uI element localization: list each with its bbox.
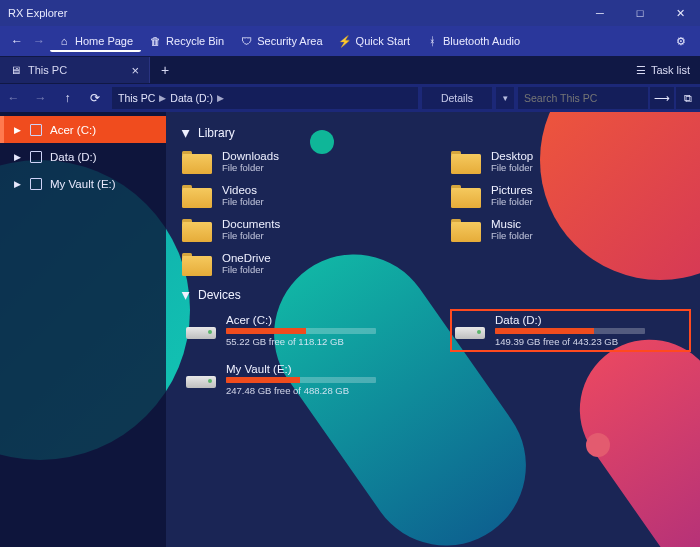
- drive-free-text: 55.22 GB free of 118.12 GB: [226, 336, 376, 347]
- folder-icon: [182, 250, 212, 276]
- view-dropdown-button[interactable]: ▾: [496, 87, 514, 109]
- section-devices-header[interactable]: ▶ Devices: [182, 288, 690, 302]
- drive-icon: [30, 151, 42, 163]
- drive-name: Data (D:): [495, 314, 645, 326]
- sidebar-item-acer-c[interactable]: ▶ Acer (C:): [0, 116, 166, 143]
- drive-free-text: 149.39 GB free of 443.23 GB: [495, 336, 645, 347]
- task-list-label: Task list: [651, 64, 690, 76]
- app-title: RX Explorer: [8, 7, 67, 19]
- tab-strip: 🖥 This PC × + ☰ Task list: [0, 56, 700, 84]
- folder-type: File folder: [222, 230, 280, 241]
- folder-item[interactable]: OneDriveFile folder: [182, 250, 421, 276]
- drive-name: My Vault (E:): [226, 363, 376, 375]
- folder-icon: [182, 182, 212, 208]
- drive-name: Acer (C:): [226, 314, 376, 326]
- folder-type: File folder: [222, 264, 271, 275]
- tab-label: This PC: [28, 64, 67, 76]
- drive-icon: [30, 124, 42, 136]
- sidebar-item-label: Acer (C:): [50, 124, 96, 136]
- section-library-header[interactable]: ▶ Library: [182, 126, 690, 140]
- nav-forward-button[interactable]: →: [28, 34, 50, 48]
- chevron-down-icon: ▶: [181, 291, 192, 299]
- toolbar: ← → ↑ ⟳ This PC ▶ Data (D:) ▶ Details ▾ …: [0, 84, 700, 112]
- menu-recycle-bin[interactable]: 🗑 Recycle Bin: [141, 31, 232, 51]
- folder-name: Videos: [222, 184, 264, 196]
- drive-item[interactable]: Data (D:)149.39 GB free of 443.23 GB: [451, 310, 690, 351]
- menu-security-label: Security Area: [257, 35, 322, 47]
- new-tab-button[interactable]: +: [150, 62, 180, 78]
- folder-item[interactable]: DocumentsFile folder: [182, 216, 421, 242]
- folder-name: OneDrive: [222, 252, 271, 264]
- folder-name: Documents: [222, 218, 280, 230]
- tab-close-button[interactable]: ×: [131, 63, 139, 78]
- monitor-icon: 🖥: [10, 64, 21, 76]
- folder-item[interactable]: VideosFile folder: [182, 182, 421, 208]
- view-details-button[interactable]: Details: [422, 87, 492, 109]
- section-devices-title: Devices: [198, 288, 241, 302]
- drive-icon: [455, 321, 485, 341]
- sidebar-item-data-d[interactable]: ▶ Data (D:): [0, 143, 166, 170]
- folder-item[interactable]: PicturesFile folder: [451, 182, 690, 208]
- home-icon: ⌂: [58, 35, 70, 47]
- folder-icon: [451, 182, 481, 208]
- close-button[interactable]: ✕: [660, 0, 700, 26]
- chevron-right-icon: ▶: [159, 93, 166, 103]
- drive-usage-bar: [226, 377, 376, 383]
- panel-toggle-button[interactable]: ⧉: [676, 87, 700, 109]
- task-list-button[interactable]: ☰ Task list: [626, 64, 700, 77]
- menu-home-page[interactable]: ⌂ Home Page: [50, 31, 141, 52]
- sidebar-item-label: My Vault (E:): [50, 178, 116, 190]
- sidebar: ▶ Acer (C:) ▶ Data (D:) ▶ My Vault (E:): [0, 112, 166, 547]
- tab-this-pc[interactable]: 🖥 This PC ×: [0, 57, 150, 83]
- menu-bar: ← → ⌂ Home Page 🗑 Recycle Bin 🛡 Security…: [0, 26, 700, 56]
- nav-back-button[interactable]: ←: [6, 34, 28, 48]
- shield-icon: 🛡: [240, 35, 252, 47]
- folder-type: File folder: [222, 162, 279, 173]
- search-input[interactable]: [518, 87, 648, 109]
- drive-icon: [186, 321, 216, 341]
- refresh-button[interactable]: ⟳: [81, 84, 108, 112]
- section-library-title: Library: [198, 126, 235, 140]
- folder-item[interactable]: DownloadsFile folder: [182, 148, 421, 174]
- bolt-icon: ⚡: [339, 35, 351, 47]
- drive-usage-bar: [495, 328, 645, 334]
- menu-home-label: Home Page: [75, 35, 133, 47]
- chevron-down-icon: ▶: [181, 129, 192, 137]
- menu-recycle-label: Recycle Bin: [166, 35, 224, 47]
- breadcrumb[interactable]: This PC ▶ Data (D:) ▶: [112, 87, 418, 109]
- sidebar-item-label: Data (D:): [50, 151, 97, 163]
- chevron-right-icon: ▶: [217, 93, 224, 103]
- drive-item[interactable]: My Vault (E:)247.48 GB free of 488.28 GB: [182, 359, 421, 400]
- history-forward-button[interactable]: →: [27, 84, 54, 112]
- bluetooth-icon: ᚼ: [426, 35, 438, 47]
- list-icon: ☰: [636, 64, 646, 77]
- search-go-button[interactable]: ⟶: [650, 87, 674, 109]
- breadcrumb-seg-2[interactable]: Data (D:): [170, 92, 213, 104]
- recycle-icon: 🗑: [149, 35, 161, 47]
- breadcrumb-seg-1[interactable]: This PC: [118, 92, 155, 104]
- drive-icon: [30, 178, 42, 190]
- up-button[interactable]: ↑: [54, 84, 81, 112]
- menu-bluetooth-audio[interactable]: ᚼ Bluetooth Audio: [418, 31, 528, 51]
- menu-quick-label: Quick Start: [356, 35, 410, 47]
- menu-security-area[interactable]: 🛡 Security Area: [232, 31, 330, 51]
- chevron-right-icon: ▶: [14, 179, 22, 189]
- chevron-right-icon: ▶: [14, 152, 22, 162]
- sidebar-item-my-vault-e[interactable]: ▶ My Vault (E:): [0, 170, 166, 197]
- folder-name: Music: [491, 218, 533, 230]
- history-back-button[interactable]: ←: [0, 84, 27, 112]
- folder-icon: [182, 216, 212, 242]
- gear-icon: ⚙: [676, 35, 686, 47]
- folder-type: File folder: [222, 196, 264, 207]
- title-bar: RX Explorer ─ □ ✕: [0, 0, 700, 26]
- section-devices: ▶ Devices Acer (C:)55.22 GB free of 118.…: [182, 288, 690, 400]
- folder-type: File folder: [491, 196, 533, 207]
- section-library: ▶ Library DownloadsFile folderDesktopFil…: [182, 126, 690, 276]
- minimize-button[interactable]: ─: [580, 0, 620, 26]
- maximize-button[interactable]: □: [620, 0, 660, 26]
- folder-item[interactable]: DesktopFile folder: [451, 148, 690, 174]
- settings-button[interactable]: ⚙: [668, 35, 694, 48]
- menu-quick-start[interactable]: ⚡ Quick Start: [331, 31, 418, 51]
- drive-item[interactable]: Acer (C:)55.22 GB free of 118.12 GB: [182, 310, 421, 351]
- folder-item[interactable]: MusicFile folder: [451, 216, 690, 242]
